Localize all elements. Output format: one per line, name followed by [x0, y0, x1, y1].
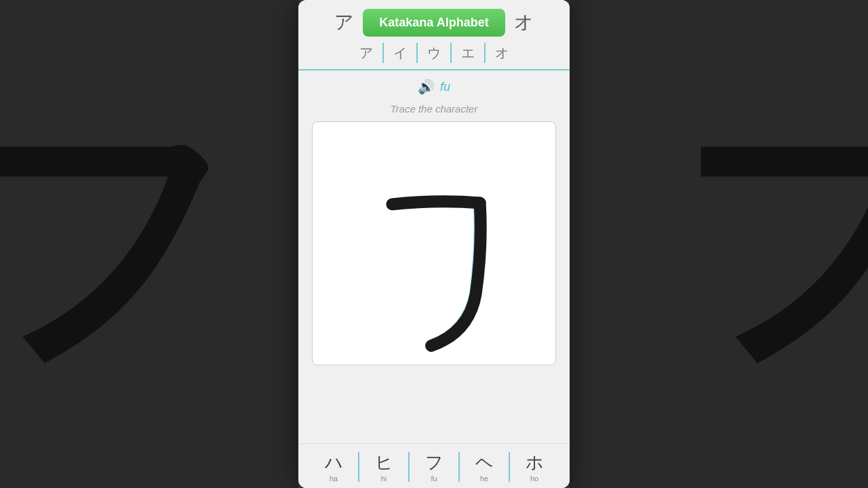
bottom-char-hi[interactable]: ヒ hi	[359, 449, 408, 485]
sub-nav: ア イ ウ エ オ	[298, 39, 570, 70]
top-nav: ア Katakana Alphabet オ	[298, 0, 570, 39]
bottom-char-ho[interactable]: ホ ho	[510, 449, 559, 485]
sub-nav-a[interactable]: ア	[350, 39, 382, 66]
main-panel: ア Katakana Alphabet オ ア イ ウ エ オ 🔊 fu Tra…	[298, 0, 570, 488]
sound-icon[interactable]: 🔊	[418, 79, 435, 95]
drawing-area[interactable]	[312, 121, 556, 365]
bg-right-char: フ	[672, 108, 868, 380]
pronunciation-text: fu	[440, 80, 450, 94]
nav-prev-char: ア	[334, 9, 354, 35]
app-title: Katakana Alphabet	[379, 16, 488, 29]
trace-instruction: Trace the character	[391, 103, 478, 115]
sub-nav-o[interactable]: オ	[486, 39, 518, 66]
sub-nav-e[interactable]: エ	[452, 39, 484, 66]
bottom-char-ha[interactable]: ハ ha	[309, 449, 358, 485]
bg-left-panel: フ	[0, 0, 298, 488]
bottom-char-grid: ハ ha ヒ hi フ fu ヘ he ホ ho	[298, 443, 570, 488]
bottom-char-fu[interactable]: フ fu	[410, 449, 458, 485]
title-badge: Katakana Alphabet	[363, 9, 505, 37]
nav-next-char: オ	[514, 9, 534, 35]
nav-prev-button[interactable]: ア	[325, 5, 363, 39]
character-svg	[313, 122, 555, 365]
sub-nav-i[interactable]: イ	[384, 39, 416, 66]
sub-nav-u[interactable]: ウ	[418, 39, 450, 66]
nav-next-button[interactable]: オ	[505, 5, 543, 39]
bottom-char-he[interactable]: ヘ he	[460, 449, 509, 485]
bg-left-char: フ	[0, 108, 237, 380]
sound-row: 🔊 fu	[418, 79, 450, 95]
bg-right-panel: フ	[570, 0, 868, 488]
